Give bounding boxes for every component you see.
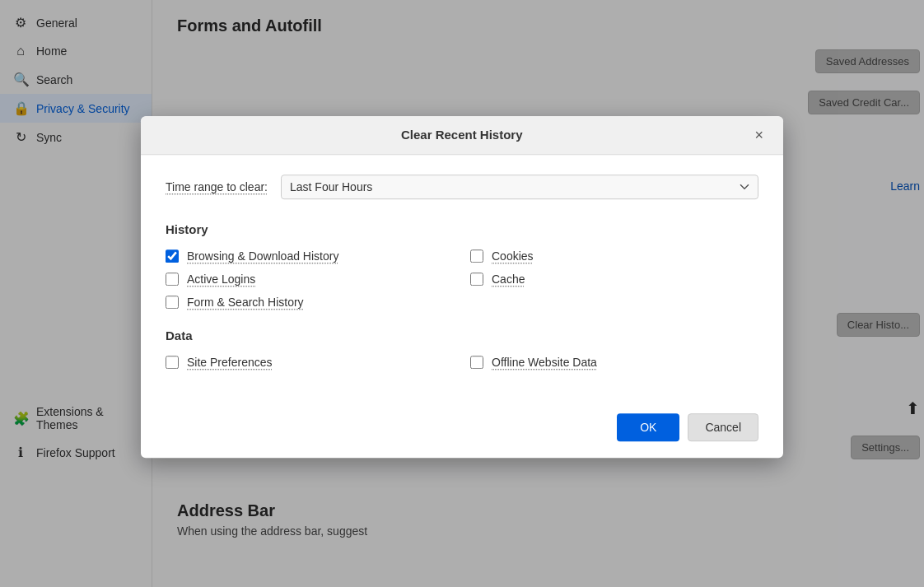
- checkbox-item-cache: Cache: [470, 273, 758, 286]
- modal-body: Time range to clear: Last Hour Last Two …: [141, 155, 783, 405]
- active-logins-label[interactable]: Active Logins: [187, 273, 255, 286]
- active-logins-checkbox[interactable]: [166, 273, 179, 286]
- history-checkboxes: Browsing & Download History Cookies Acti…: [166, 249, 758, 309]
- form-search-checkbox[interactable]: [166, 296, 179, 309]
- cache-checkbox[interactable]: [470, 273, 483, 286]
- data-section-heading: Data: [166, 328, 758, 342]
- modal-title: Clear Recent History: [172, 128, 751, 142]
- site-preferences-label[interactable]: Site Preferences: [187, 356, 273, 369]
- time-range-select[interactable]: Last Hour Last Two Hours Last Four Hours…: [281, 175, 758, 199]
- modal-footer: OK Cancel: [141, 405, 783, 458]
- browsing-label[interactable]: Browsing & Download History: [187, 249, 338, 263]
- checkbox-item-form-search: Form & Search History: [166, 296, 454, 309]
- modal-header: Clear Recent History ×: [141, 116, 783, 155]
- cache-label[interactable]: Cache: [492, 273, 525, 286]
- checkbox-item-active-logins: Active Logins: [166, 273, 454, 286]
- cookies-checkbox[interactable]: [470, 249, 483, 263]
- offline-data-checkbox[interactable]: [470, 356, 483, 369]
- checkbox-item-cookies: Cookies: [470, 249, 758, 263]
- checkbox-item-site-preferences: Site Preferences: [166, 356, 454, 369]
- checkbox-item-browsing: Browsing & Download History: [166, 249, 454, 263]
- time-range-label: Time range to clear:: [166, 180, 268, 193]
- offline-data-label[interactable]: Offline Website Data: [492, 356, 597, 369]
- ok-button[interactable]: OK: [617, 413, 679, 441]
- time-range-row: Time range to clear: Last Hour Last Two …: [166, 175, 758, 199]
- browsing-checkbox[interactable]: [166, 249, 179, 263]
- modal-close-button[interactable]: ×: [751, 128, 767, 142]
- checkbox-item-offline-data: Offline Website Data: [470, 356, 758, 369]
- clear-history-modal: Clear Recent History × Time range to cle…: [141, 116, 783, 458]
- site-preferences-checkbox[interactable]: [166, 356, 179, 369]
- history-section-heading: History: [166, 222, 758, 236]
- form-search-label[interactable]: Form & Search History: [187, 296, 304, 309]
- cancel-button[interactable]: Cancel: [688, 413, 758, 441]
- cookies-label[interactable]: Cookies: [492, 249, 534, 263]
- data-checkboxes: Site Preferences Offline Website Data: [166, 356, 758, 369]
